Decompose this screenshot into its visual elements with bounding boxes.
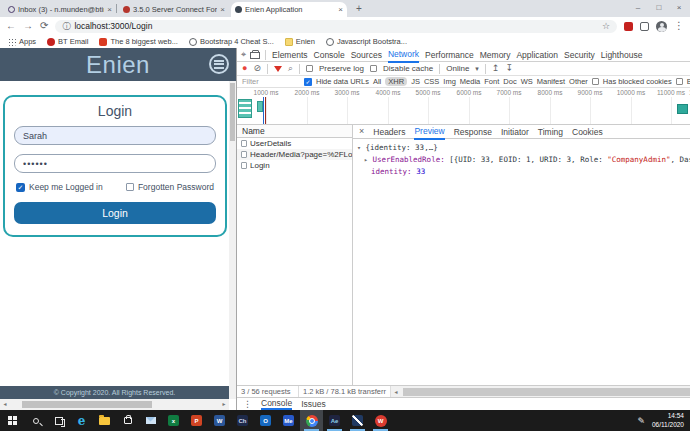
star-icon[interactable]: ☆ (602, 21, 610, 31)
detail-tab-timing[interactable]: Timing (538, 125, 563, 139)
password-field[interactable] (14, 154, 216, 173)
taskbar-search-button[interactable] (24, 410, 47, 431)
throttling-caret-icon[interactable]: ▾ (475, 65, 479, 72)
tab-security[interactable]: Security (564, 48, 595, 62)
back-icon[interactable]: ← (6, 21, 16, 31)
window-close-button[interactable]: × (669, 0, 689, 16)
filter-type-xhr-active[interactable]: XHR (385, 77, 407, 86)
tab-elements[interactable]: Elements (272, 48, 307, 62)
preview-role-line[interactable]: ▸ UserEnabledRole: [{UID: 33, EOID: 1, U… (357, 154, 690, 166)
tab-close-icon[interactable]: × (107, 5, 112, 14)
request-list-header[interactable]: Name (237, 125, 352, 138)
taskbar-file-explorer[interactable] (93, 410, 116, 431)
taskbar-powerpoint[interactable]: P (185, 410, 208, 431)
request-row-header-media[interactable]: Header/Media?page=%2FLogin (237, 149, 352, 160)
taskbar-after-effects[interactable]: Ae (323, 410, 346, 431)
new-tab-button[interactable]: + (352, 2, 366, 16)
checkbox-unchecked-icon[interactable] (126, 183, 134, 191)
drawer-tab-console[interactable]: Console (261, 398, 292, 410)
window-minimize-button[interactable]: – (628, 0, 648, 16)
expand-closed-icon[interactable]: ▸ (364, 156, 368, 164)
bookmark-enien[interactable]: Enien (285, 37, 315, 46)
filter-type-media[interactable]: Media (460, 77, 480, 86)
taskbar-ch-app[interactable]: Ch (231, 410, 254, 431)
filter-type-css[interactable]: CSS (424, 77, 439, 86)
detail-close-icon[interactable]: × (359, 127, 364, 136)
throttling-select[interactable]: Online (446, 64, 469, 73)
filter-type-js[interactable]: JS (411, 77, 420, 86)
address-bar[interactable]: ⓘ localhost:3000/Login ☆ (55, 20, 617, 33)
filter-type-other[interactable]: Other (569, 77, 588, 86)
filter-type-img[interactable]: Img (443, 77, 456, 86)
tab-memory[interactable]: Memory (480, 48, 511, 62)
scroll-left-icon[interactable]: ◄ (391, 386, 401, 397)
detail-horizontal-scrollbar[interactable]: ◄ ► (391, 386, 690, 397)
drawer-tab-issues[interactable]: Issues (301, 399, 326, 409)
bookmark-apps[interactable]: Apps (8, 37, 36, 46)
scrollbar-thumb[interactable] (22, 401, 152, 408)
preview-root-line[interactable]: ▾ {identity: 33,…} (357, 142, 690, 154)
profile-avatar[interactable] (656, 21, 667, 32)
detail-tab-response[interactable]: Response (454, 125, 492, 139)
detail-tab-cookies[interactable]: Cookies (572, 125, 603, 139)
scroll-right-icon[interactable]: ► (219, 399, 229, 410)
search-icon[interactable]: ⌕ (288, 64, 293, 73)
forward-icon[interactable]: → (23, 21, 33, 31)
scrollbar-thumb[interactable] (403, 388, 690, 396)
task-view-button[interactable] (47, 410, 70, 431)
keep-logged-in-option[interactable]: ✓ Keep me Logged in (16, 182, 103, 192)
filter-type-font[interactable]: Font (484, 77, 499, 86)
request-row-userdetails[interactable]: UserDetails (237, 138, 352, 149)
blocked-requests-checkbox[interactable] (676, 78, 683, 85)
extension-icon[interactable] (624, 22, 633, 31)
username-field[interactable] (14, 126, 216, 145)
browser-tab-enien-active[interactable]: Enien Application × (231, 2, 347, 17)
drawer-menu-icon[interactable]: ⋮ (243, 400, 252, 409)
scroll-left-icon[interactable]: ◄ (0, 399, 10, 410)
bookmark-bootstrap-cheat[interactable]: Bootstrap 4 Cheat S... (189, 37, 274, 46)
taskbar-outlook[interactable]: O (254, 410, 277, 431)
clear-icon[interactable]: ⊘ (253, 64, 261, 73)
tab-close-icon[interactable]: × (338, 5, 343, 14)
hamburger-menu-icon[interactable] (209, 54, 229, 74)
bookmark-js-bootstrap[interactable]: Javascript Bootstra... (326, 37, 407, 46)
detail-tab-headers[interactable]: Headers (373, 125, 405, 139)
detail-tab-initiator[interactable]: Initiator (501, 125, 529, 139)
expand-open-icon[interactable]: ▾ (357, 144, 361, 152)
start-button[interactable] (1, 410, 24, 431)
tab-network[interactable]: Network (388, 47, 419, 63)
taskbar-clock[interactable]: 14:54 06/11/2020 (652, 412, 684, 430)
network-timeline-overview[interactable]: 1000 ms 2000 ms 3000 ms 4000 ms 5000 ms … (237, 88, 690, 125)
taskbar-wappler[interactable]: W (369, 410, 392, 431)
hide-data-urls-checkbox[interactable]: ✓ (304, 78, 312, 86)
bookmark-bt-email[interactable]: BT Email (47, 37, 88, 46)
reload-icon[interactable]: ⟳ (40, 21, 48, 31)
filter-type-doc[interactable]: Doc (503, 77, 516, 86)
taskbar-excel[interactable]: x (162, 410, 185, 431)
tab-close-icon[interactable]: × (220, 5, 225, 14)
filter-type-manifest[interactable]: Manifest (537, 77, 565, 86)
tab-sources[interactable]: Sources (351, 48, 382, 62)
extensions-puzzle-icon[interactable] (640, 22, 649, 31)
device-toolbar-icon[interactable] (252, 50, 259, 59)
request-row-login[interactable]: Login (237, 160, 352, 171)
checkbox-checked-icon[interactable]: ✓ (16, 183, 25, 192)
browser-tab-inbox[interactable]: Inbox (3) - n.munden@btinterne × (4, 2, 116, 17)
tab-lighthouse[interactable]: Lighthouse (601, 48, 643, 62)
filter-type-all[interactable]: All (373, 77, 381, 86)
login-button[interactable]: Login (14, 202, 216, 224)
page-horizontal-scrollbar[interactable]: ◄ ► (0, 399, 229, 410)
taskbar-store[interactable] (116, 410, 139, 431)
preserve-log-checkbox[interactable] (306, 65, 313, 72)
windows-ink-pen-icon[interactable]: ✎ (637, 416, 645, 426)
browser-tab-wappler-forum[interactable]: 3.5.0 Server Connect Form Dyna × (119, 2, 229, 17)
bookmark-8-biggest[interactable]: The 8 biggest web... (99, 37, 178, 46)
export-har-icon[interactable]: ↧ (505, 64, 513, 73)
inspect-element-icon[interactable]: ⌖ (241, 50, 246, 59)
disable-cache-checkbox[interactable] (370, 65, 377, 72)
tab-performance[interactable]: Performance (425, 48, 474, 62)
detail-tab-preview[interactable]: Preview (414, 125, 444, 140)
taskbar-edge[interactable]: e (70, 410, 93, 431)
has-blocked-cookies-checkbox[interactable] (592, 78, 599, 85)
window-maximize-button[interactable]: □ (649, 0, 669, 16)
